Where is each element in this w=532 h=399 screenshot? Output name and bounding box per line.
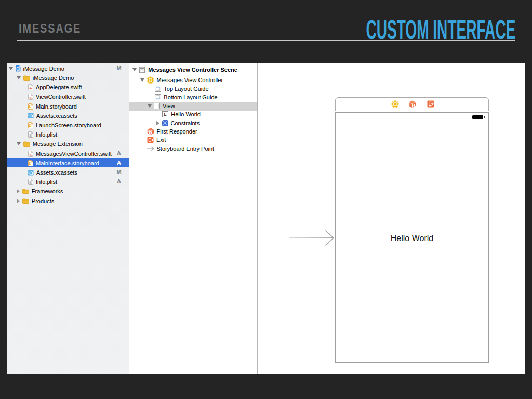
svg-text:1: 1 xyxy=(413,103,415,107)
svg-text:L: L xyxy=(164,112,167,117)
svg-text:1: 1 xyxy=(149,131,151,135)
